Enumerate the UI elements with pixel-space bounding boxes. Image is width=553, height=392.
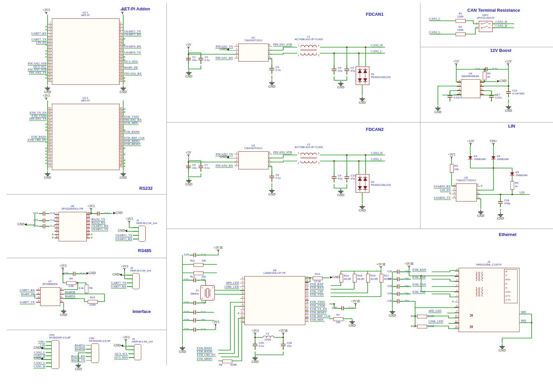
diode-d5[interactable] bbox=[510, 171, 515, 177]
inductor-l3[interactable] bbox=[262, 335, 274, 338]
wire-seg bbox=[343, 306, 344, 310]
wire-seg bbox=[55, 238, 59, 238]
wire-seg bbox=[399, 299, 399, 303]
diode-d4[interactable] bbox=[491, 155, 496, 161]
wire-seg bbox=[234, 154, 238, 154]
ic-u5[interactable] bbox=[456, 183, 477, 202]
wire-seg bbox=[508, 108, 509, 109]
wire-seg bbox=[281, 345, 286, 346]
wire-seg bbox=[48, 63, 52, 64]
wire-seg bbox=[48, 81, 52, 82]
wire-seg bbox=[48, 42, 52, 43]
wire-seg bbox=[234, 162, 238, 162]
wire-seg bbox=[489, 95, 494, 96]
wire bbox=[255, 351, 283, 355]
wire-seg bbox=[340, 193, 342, 193]
connector-j1[interactable] bbox=[138, 226, 146, 242]
wire-seg bbox=[507, 107, 510, 108]
wire-seg bbox=[455, 307, 459, 307]
wire-seg bbox=[196, 303, 200, 303]
connector-cn1[interactable] bbox=[51, 340, 59, 369]
connector-cn2[interactable] bbox=[91, 343, 99, 363]
wire-seg bbox=[269, 70, 274, 70]
crystal-x1[interactable]: 3241 bbox=[200, 285, 215, 301]
wire bbox=[97, 294, 104, 302]
ic-u1-1[interactable] bbox=[52, 18, 120, 85]
wire bbox=[465, 21, 479, 24]
wire-seg bbox=[252, 358, 258, 358]
wire-seg bbox=[338, 83, 343, 84]
transformer-coil bbox=[474, 271, 485, 283]
wire-seg bbox=[271, 84, 273, 85]
dip-switch-dip1[interactable] bbox=[479, 21, 493, 32]
connector-j2[interactable] bbox=[132, 273, 140, 289]
wire bbox=[334, 304, 341, 308]
inductor-l1[interactable]: 1423 bbox=[297, 43, 320, 58]
junction-dot bbox=[500, 194, 501, 195]
wire bbox=[331, 282, 368, 293]
wire-seg bbox=[99, 212, 99, 216]
wire-seg bbox=[193, 301, 194, 305]
wire-seg bbox=[127, 275, 132, 276]
wire-seg bbox=[332, 178, 336, 179]
wire-seg bbox=[254, 360, 256, 360]
wire-seg bbox=[195, 328, 196, 332]
wire-seg bbox=[240, 321, 244, 322]
wire-seg bbox=[391, 312, 394, 313]
wire-seg bbox=[350, 322, 354, 323]
wire bbox=[188, 53, 201, 56]
junction-dot bbox=[358, 53, 360, 54]
wire-seg bbox=[196, 320, 200, 321]
ic-u3[interactable] bbox=[238, 151, 268, 169]
wire-seg bbox=[48, 48, 52, 49]
wire bbox=[188, 161, 201, 164]
wire-seg bbox=[392, 313, 393, 314]
wire-seg bbox=[187, 47, 190, 47]
wire-seg bbox=[46, 345, 51, 346]
wire-seg bbox=[455, 322, 459, 323]
wire-seg bbox=[455, 292, 459, 292]
wire-seg bbox=[270, 83, 273, 84]
ic-u7[interactable] bbox=[40, 287, 60, 306]
diode-d3[interactable] bbox=[468, 155, 473, 161]
wire bbox=[221, 318, 244, 357]
wire-seg bbox=[48, 125, 52, 125]
ic-u6[interactable] bbox=[59, 212, 87, 241]
wire-seg bbox=[195, 310, 196, 314]
wire-seg bbox=[508, 88, 509, 91]
wire-seg bbox=[48, 27, 52, 27]
wire-seg bbox=[46, 366, 51, 367]
wire-seg bbox=[122, 174, 125, 175]
junction-dot bbox=[62, 273, 64, 275]
wire-seg bbox=[489, 97, 494, 98]
transformer-coil bbox=[474, 287, 485, 298]
wire-seg bbox=[397, 299, 398, 303]
wire-seg bbox=[234, 58, 238, 58]
ic-u4[interactable] bbox=[461, 79, 480, 98]
tvs-diode-d1[interactable] bbox=[356, 66, 370, 85]
wire-seg bbox=[186, 166, 191, 166]
wire-seg bbox=[498, 214, 503, 215]
inductor-l2[interactable]: 1423 bbox=[297, 151, 320, 165]
wire-seg bbox=[199, 58, 203, 59]
wire-seg bbox=[240, 302, 244, 302]
tvs-diode-d2[interactable] bbox=[356, 174, 370, 193]
svg-text:1: 1 bbox=[298, 152, 299, 154]
ic-u1-2[interactable] bbox=[52, 104, 120, 170]
wire-seg bbox=[188, 168, 189, 172]
ic-u8[interactable] bbox=[244, 276, 305, 325]
wire-seg bbox=[127, 286, 132, 287]
ic-u2[interactable] bbox=[238, 44, 268, 62]
junction-dot bbox=[283, 337, 284, 338]
wire bbox=[198, 280, 206, 285]
wire-seg bbox=[397, 285, 398, 289]
led-icon bbox=[470, 325, 474, 329]
wire-seg bbox=[344, 308, 348, 309]
wire-seg bbox=[334, 65, 334, 69]
connector-j3[interactable] bbox=[134, 344, 141, 360]
wire-seg bbox=[455, 276, 459, 277]
wire-seg bbox=[188, 74, 190, 75]
wire-seg bbox=[48, 36, 52, 36]
wire-seg bbox=[48, 24, 52, 24]
wire-seg bbox=[354, 303, 357, 304]
